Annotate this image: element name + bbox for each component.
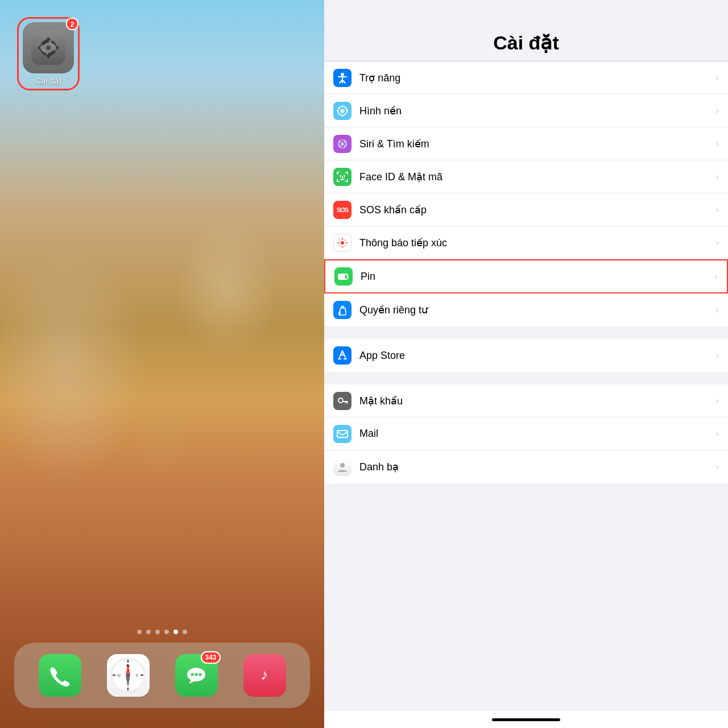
svg-rect-58 <box>348 276 349 278</box>
dot-4 <box>164 630 169 634</box>
svg-point-51 <box>338 242 340 243</box>
svg-point-34 <box>341 73 344 76</box>
settings-row-sos[interactable]: SOS SOS khẩn cấp › <box>324 193 728 226</box>
appstore-chevron: › <box>716 350 719 361</box>
settings-row-privacy[interactable]: Quyền riêng tư › <box>324 293 728 326</box>
settings-row-face-id[interactable]: Face ID & Mật mã › <box>324 160 728 193</box>
svg-point-56 <box>345 245 346 246</box>
section-gap-3 <box>324 483 728 496</box>
pin-icon-bg <box>334 267 353 286</box>
battery-icon <box>337 270 350 283</box>
contacts-label: Danh bạ <box>359 461 716 473</box>
messages-icon <box>184 664 208 688</box>
music-icon: ♪ <box>253 664 276 688</box>
tro-nang-icon <box>333 69 351 87</box>
settings-row-siri[interactable]: Siri & Tìm kiếm › <box>324 127 728 160</box>
contacts-chevron: › <box>716 462 719 472</box>
settings-row-exposure[interactable]: Thông báo tiếp xúc › <box>324 226 728 259</box>
svg-point-25 <box>126 673 130 677</box>
svg-point-50 <box>342 246 344 247</box>
settings-row-tro-nang[interactable]: Trợ năng › <box>324 61 728 94</box>
settings-section-2: App Store › <box>324 339 728 372</box>
svg-point-48 <box>341 241 344 245</box>
phone-icon <box>48 664 71 687</box>
dock: N S E W 343 ♪ <box>14 643 310 708</box>
section-gap-1 <box>324 326 728 339</box>
password-icon-bg <box>333 392 351 410</box>
settings-row-password[interactable]: Mật khẩu › <box>324 384 728 417</box>
settings-icon-image: 2 <box>23 22 74 73</box>
svg-point-65 <box>340 463 345 468</box>
svg-text:S: S <box>126 682 129 686</box>
wallpaper-icon <box>336 105 349 117</box>
password-label: Mật khẩu <box>359 395 716 407</box>
settings-app-label: Cài đặt <box>35 76 61 85</box>
face-id-icon-bg <box>333 168 351 186</box>
sos-label: SOS khẩn cấp <box>359 204 716 216</box>
safari-icon: N S E W <box>110 657 147 694</box>
dot-6 <box>183 630 187 634</box>
privacy-icon <box>336 304 349 316</box>
dot-1 <box>137 630 142 634</box>
svg-text:♪: ♪ <box>261 666 268 683</box>
settings-app-icon[interactable]: 2 Cài đặt <box>17 17 80 90</box>
accessibility-icon <box>336 72 349 84</box>
svg-point-53 <box>339 239 340 240</box>
dock-safari-icon[interactable]: N S E W <box>107 654 150 697</box>
svg-point-36 <box>340 109 345 113</box>
privacy-icon-bg <box>333 301 351 319</box>
appstore-icon-bg <box>333 346 351 365</box>
pin-label: Pin <box>361 271 715 283</box>
mail-icon <box>336 428 349 440</box>
privacy-label: Quyền riêng tư <box>359 304 716 316</box>
settings-list: Trợ năng › Hình nền › <box>324 61 728 711</box>
appstore-icon <box>336 349 349 362</box>
svg-point-49 <box>342 238 344 239</box>
pin-chevron: › <box>715 271 718 282</box>
hinh-nen-icon <box>333 102 351 120</box>
iphone-home-screen: 2 Cài đặt <box>0 0 324 728</box>
privacy-chevron: › <box>716 305 719 315</box>
svg-rect-59 <box>339 275 345 279</box>
tro-nang-chevron: › <box>716 73 719 83</box>
svg-point-30 <box>195 673 198 676</box>
exposure-chevron: › <box>716 238 719 248</box>
face-id-label: Face ID & Mật mã <box>359 171 716 183</box>
messages-badge: 343 <box>201 651 220 664</box>
page-dots <box>0 630 324 634</box>
section-gap-2 <box>324 372 728 384</box>
settings-row-mail[interactable]: Mail › <box>324 417 728 450</box>
settings-row-pin[interactable]: Pin › <box>324 259 728 293</box>
hinh-nen-chevron: › <box>716 106 719 116</box>
svg-text:W: W <box>117 673 121 677</box>
password-chevron: › <box>716 396 719 406</box>
exposure-notification-icon <box>336 237 349 249</box>
svg-point-60 <box>338 398 343 403</box>
password-icon <box>336 395 349 407</box>
hinh-nen-label: Hình nền <box>359 105 716 117</box>
siri-icon <box>336 138 349 150</box>
dock-music-icon[interactable]: ♪ <box>243 654 286 697</box>
dock-phone-icon[interactable] <box>39 654 81 697</box>
dot-2 <box>146 630 151 634</box>
svg-point-29 <box>191 673 194 676</box>
sos-icon: SOS <box>337 206 348 213</box>
settings-row-hinh-nen[interactable]: Hình nền › <box>324 94 728 127</box>
settings-badge: 2 <box>66 18 78 30</box>
face-id-chevron: › <box>716 172 719 182</box>
dot-3 <box>155 630 160 634</box>
svg-point-31 <box>199 673 202 676</box>
settings-section-3: Mật khẩu › Mail › <box>324 384 728 483</box>
contacts-icon-bg <box>333 458 351 476</box>
settings-title: Cài đặt <box>336 31 717 54</box>
svg-point-12 <box>47 46 49 49</box>
settings-row-contacts[interactable]: Danh bạ › <box>324 450 728 483</box>
face-id-icon <box>336 171 349 183</box>
appstore-label: App Store <box>359 350 716 362</box>
home-indicator <box>324 711 728 728</box>
svg-point-52 <box>346 242 348 243</box>
svg-rect-64 <box>337 431 348 437</box>
settings-panel: Cài đặt Trợ năng › <box>324 0 728 728</box>
dock-messages-icon[interactable]: 343 <box>175 654 218 697</box>
settings-row-appstore[interactable]: App Store › <box>324 339 728 372</box>
